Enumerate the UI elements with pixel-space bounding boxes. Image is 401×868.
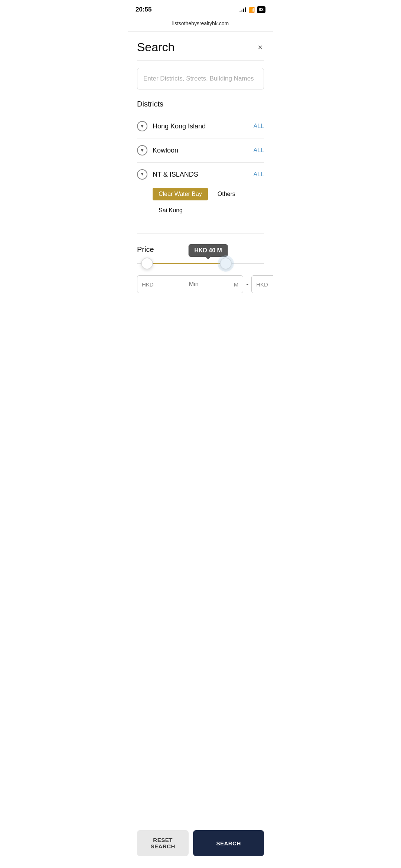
- district-all-kowloon[interactable]: ALL: [254, 147, 264, 154]
- districts-section: Districts ▼ Hong Kong Island ALL ▼ Kowlo…: [137, 97, 264, 224]
- district-name-nt-islands: NT & ISLANDS: [153, 171, 198, 178]
- district-row-hk-island[interactable]: ▼ Hong Kong Island ALL: [137, 114, 264, 138]
- status-time: 20:55: [136, 6, 151, 13]
- wifi-icon: 📶: [248, 7, 255, 13]
- chevron-down-icon: ▼: [137, 145, 147, 155]
- slider-track: [137, 263, 264, 264]
- sub-districts-list: Clear Water Bay Others Sai Kung: [137, 183, 264, 224]
- signal-icon: [239, 7, 246, 12]
- price-input-min[interactable]: [157, 281, 231, 288]
- battery-indicator: 83: [257, 6, 265, 13]
- price-title: Price: [137, 245, 154, 254]
- status-bar: 20:55 📶 83: [128, 0, 273, 18]
- search-input-wrapper: [137, 60, 264, 97]
- slider-thumb-max[interactable]: [220, 258, 232, 269]
- district-all-hk-island[interactable]: ALL: [254, 123, 264, 130]
- status-icons: 📶 83: [239, 6, 265, 13]
- slider-fill: [147, 263, 226, 264]
- close-button[interactable]: ×: [256, 41, 264, 54]
- section-divider: [137, 233, 264, 233]
- district-row-nt-islands[interactable]: ▲ NT & ISLANDS ALL: [137, 163, 264, 183]
- price-tooltip: HKD 40 M: [188, 244, 228, 257]
- price-slider-container: HKD 40 M: [137, 263, 264, 264]
- sub-district-clear-water-bay[interactable]: Clear Water Bay: [153, 188, 208, 200]
- search-header: Search ×: [137, 32, 264, 60]
- browser-bar: listsothebysrealtyhk.com: [128, 18, 273, 32]
- price-input-max[interactable]: [271, 281, 273, 288]
- chevron-down-icon: ▼: [137, 121, 147, 131]
- price-dash: -: [246, 281, 248, 288]
- price-input-min-box: HKD M: [137, 275, 243, 293]
- chevron-up-icon: ▲: [137, 169, 147, 180]
- price-input-max-box: HKD M: [251, 275, 273, 293]
- price-unit-min: M: [234, 281, 239, 288]
- price-currency-min: HKD: [142, 281, 154, 288]
- district-name-kowloon: Kowloon: [153, 147, 178, 154]
- district-row-kowloon[interactable]: ▼ Kowloon ALL: [137, 138, 264, 163]
- district-name-hk-island: Hong Kong Island: [153, 122, 206, 130]
- district-all-nt-islands[interactable]: ALL: [254, 171, 264, 178]
- main-content: Search × Districts ▼ Hong Kong Island AL…: [128, 32, 273, 341]
- districts-title: Districts: [137, 97, 264, 114]
- browser-url: listsothebysrealtyhk.com: [172, 20, 229, 26]
- price-inputs: HKD M - HKD M: [137, 275, 264, 293]
- bottom-spacer: [137, 296, 264, 341]
- search-input[interactable]: [137, 68, 264, 89]
- sub-district-sai-kung[interactable]: Sai Kung: [153, 204, 189, 217]
- sub-district-others[interactable]: Others: [212, 188, 241, 200]
- price-section: Price HKD 40 M HKD M - HKD M: [137, 242, 264, 296]
- slider-thumb-min[interactable]: [141, 258, 153, 269]
- page-title: Search: [137, 40, 175, 54]
- price-currency-max: HKD: [256, 281, 268, 288]
